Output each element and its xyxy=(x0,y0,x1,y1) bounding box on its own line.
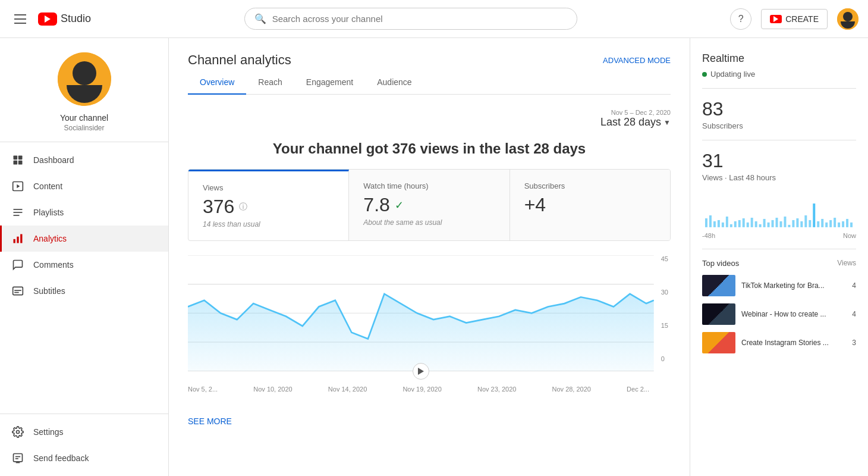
analytics-icon xyxy=(12,233,24,245)
subscribers-stat-label: Subscribers xyxy=(702,121,856,130)
summary-heading: Your channel got 376 views in the last 2… xyxy=(188,140,671,157)
svg-rect-31 xyxy=(722,223,724,227)
sidebar-item-feedback[interactable]: Send feedback xyxy=(0,445,168,471)
sidebar-profile: Your channel Socialinsider xyxy=(0,38,168,142)
svg-rect-2 xyxy=(14,161,18,165)
tab-engagement[interactable]: Engagement xyxy=(294,70,365,94)
profile-avatar-inner xyxy=(58,52,111,106)
svg-rect-55 xyxy=(821,219,823,227)
chart-svg xyxy=(188,255,654,371)
video-views-1: 4 xyxy=(852,281,856,290)
sidebar-item-analytics[interactable]: Analytics xyxy=(0,226,168,252)
svg-marker-5 xyxy=(17,184,20,189)
youtube-icon xyxy=(38,12,57,26)
svg-rect-62 xyxy=(850,223,853,227)
sidebar-item-subtitles[interactable]: Subtitles xyxy=(0,278,168,304)
svg-rect-28 xyxy=(709,215,712,227)
topnav-left: Studio xyxy=(10,10,91,29)
svg-rect-40 xyxy=(759,224,762,227)
svg-rect-33 xyxy=(730,224,732,227)
search-bar[interactable]: 🔍 xyxy=(244,8,577,30)
page-header: Channel analytics ADVANCED MODE xyxy=(188,52,671,68)
menu-button[interactable] xyxy=(10,10,31,29)
svg-marker-26 xyxy=(418,368,424,375)
views-note: 14 less than usual xyxy=(203,220,334,228)
sidebar-item-playlists-label: Playlists xyxy=(33,208,64,217)
help-icon: ? xyxy=(738,14,744,24)
subscribers-value: +4 xyxy=(524,194,656,216)
tab-reach[interactable]: Reach xyxy=(246,70,294,94)
svg-rect-45 xyxy=(779,221,782,227)
mini-chart xyxy=(702,192,856,227)
svg-rect-35 xyxy=(738,220,741,227)
avatar[interactable] xyxy=(837,8,858,30)
video-views-2: 4 xyxy=(852,310,856,318)
svg-rect-60 xyxy=(842,221,844,227)
svg-rect-41 xyxy=(763,219,766,227)
chart-with-axis: 45 30 15 0 xyxy=(188,255,671,371)
date-selector[interactable]: Nov 5 – Dec 2, 2020 Last 28 days ▼ xyxy=(600,109,671,129)
create-label: CREATE xyxy=(785,14,819,24)
svg-rect-52 xyxy=(809,220,811,227)
x-label-1: Nov 5, 2... xyxy=(188,386,218,393)
date-range-row: Last 28 days ▼ xyxy=(600,116,671,129)
topnav: Studio 🔍 ? CREATE xyxy=(0,0,868,38)
settings-icon xyxy=(12,426,24,438)
avatar-face xyxy=(837,8,858,30)
svg-rect-49 xyxy=(796,218,798,227)
video-thumb-2 xyxy=(702,303,735,325)
video-info-1: TikTok Marketing for Bra... xyxy=(741,281,846,290)
logo[interactable]: Studio xyxy=(38,12,91,26)
svg-rect-59 xyxy=(838,223,840,227)
svg-rect-1 xyxy=(18,156,23,160)
sidebar-item-dashboard[interactable]: Dashboard xyxy=(0,147,168,173)
y-axis-labels: 45 30 15 0 xyxy=(659,255,671,362)
video-row-3[interactable]: Create Instagram Stories ... 3 xyxy=(702,332,856,353)
svg-rect-46 xyxy=(784,217,786,227)
svg-rect-53 xyxy=(813,203,815,227)
svg-rect-57 xyxy=(829,220,832,227)
dropdown-arrow-icon: ▼ xyxy=(663,118,671,127)
create-button[interactable]: CREATE xyxy=(761,9,828,29)
top-videos-title: Top videos xyxy=(702,259,739,268)
chart-play-button[interactable] xyxy=(413,363,429,380)
metric-card-views[interactable]: Views 376 ⓘ 14 less than usual xyxy=(188,170,349,240)
video-row-2[interactable]: Webinar - How to create ... 4 xyxy=(702,303,856,325)
watchtime-value: 7.8 ✓ xyxy=(363,194,495,216)
svg-rect-38 xyxy=(751,218,753,227)
sidebar-item-settings-label: Settings xyxy=(33,427,64,437)
x-axis-labels: Nov 5, 2... Nov 10, 2020 Nov 14, 2020 No… xyxy=(188,374,671,393)
sidebar-item-playlists[interactable]: Playlists xyxy=(0,199,168,226)
svg-rect-39 xyxy=(755,221,757,227)
subscribers-stat: 83 xyxy=(702,98,856,120)
live-dot xyxy=(702,72,707,77)
sidebar-item-analytics-label: Analytics xyxy=(33,234,67,243)
sidebar-item-comments[interactable]: Comments xyxy=(0,252,168,278)
profile-handle: Socialinsider xyxy=(64,124,104,132)
video-row-1[interactable]: TikTok Marketing for Bra... 4 xyxy=(702,275,856,296)
sidebar-item-settings[interactable]: Settings xyxy=(0,419,168,445)
comments-icon xyxy=(12,259,24,271)
tab-audience[interactable]: Audience xyxy=(365,70,423,94)
layout: Your channel Socialinsider Dashboard Con… xyxy=(0,38,868,476)
svg-rect-61 xyxy=(846,219,848,227)
help-button[interactable]: ? xyxy=(730,8,751,30)
video-thumb-3 xyxy=(702,332,735,353)
realtime-live: Updating live xyxy=(702,70,856,79)
see-more-button[interactable]: SEE MORE xyxy=(188,416,232,426)
metric-card-subscribers[interactable]: Subscribers +4 xyxy=(510,170,670,240)
svg-rect-58 xyxy=(834,218,836,227)
sidebar-item-content-label: Content xyxy=(33,181,62,191)
sidebar: Your channel Socialinsider Dashboard Con… xyxy=(0,38,169,476)
svg-rect-54 xyxy=(817,221,819,227)
svg-rect-10 xyxy=(17,237,18,243)
sidebar-item-content[interactable]: Content xyxy=(0,173,168,199)
mini-chart-svg xyxy=(702,192,856,227)
views-label: Views xyxy=(203,183,334,192)
advanced-mode-button[interactable]: ADVANCED MODE xyxy=(603,56,671,65)
metric-card-watchtime[interactable]: Watch time (hours) 7.8 ✓ About the same … xyxy=(349,170,510,240)
search-input[interactable] xyxy=(272,14,567,24)
y-label-15: 15 xyxy=(661,322,668,329)
main-inner: Channel analytics ADVANCED MODE Overview… xyxy=(169,38,690,476)
tab-overview[interactable]: Overview xyxy=(188,70,246,94)
